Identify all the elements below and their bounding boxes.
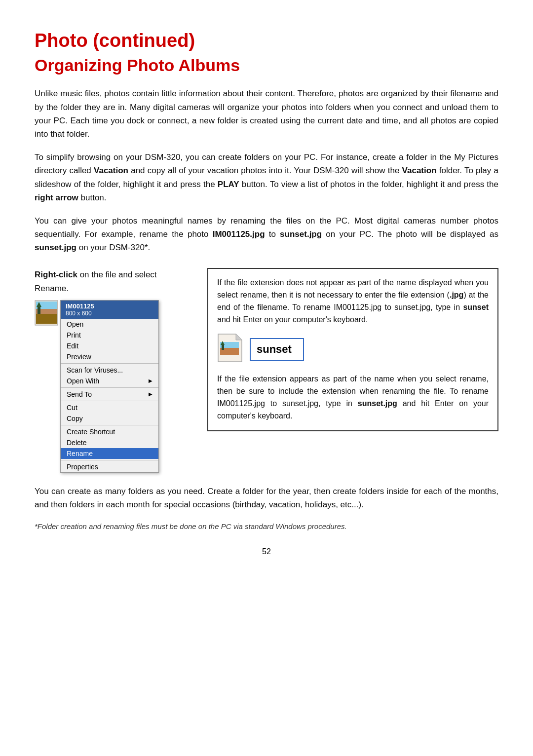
menu-divider-5 [61, 460, 158, 460]
right-box-1-text: If the file extension does not appear as… [217, 277, 489, 326]
context-menu-wrapper: IM001125 800 x 600 Open Print Edit Previ… [35, 300, 192, 473]
menu-filesize: 800 x 600 [66, 310, 153, 317]
menu-item-print[interactable]: Print [61, 330, 158, 340]
menu-item-send-to[interactable]: Send To [61, 389, 158, 400]
footnote: *Folder creation and renaming files must… [35, 521, 498, 532]
svg-rect-3 [36, 314, 57, 324]
menu-item-create-shortcut[interactable]: Create Shortcut [61, 426, 158, 437]
section-title: Organizing Photo Albums [35, 55, 498, 76]
sunset-area: sunset [217, 333, 489, 367]
menu-item-cut[interactable]: Cut [61, 402, 158, 413]
paragraph-2: To simplify browsing on your DSM-320, yo… [35, 151, 498, 204]
menu-item-properties[interactable]: Properties [61, 461, 158, 472]
menu-item-edit[interactable]: Edit [61, 340, 158, 351]
paragraph-4: You can create as many folders as you ne… [35, 485, 498, 511]
paragraph-1: Unlike music files, photos contain littl… [35, 87, 498, 141]
right-box-2-text: If the file extension appears as part of… [217, 373, 489, 422]
menu-item-scan[interactable]: Scan for Viruses... [61, 365, 158, 376]
paragraph-3: You can give your photos meaningful name… [35, 214, 498, 255]
menu-divider-3 [61, 401, 158, 401]
right-box-1: If the file extension does not appear as… [217, 277, 489, 366]
sunset-input[interactable]: sunset [250, 338, 304, 361]
right-box-2: If the file extension appears as part of… [217, 373, 489, 422]
sunset-file-icon [217, 333, 243, 367]
right-click-bold: Right-click [35, 270, 77, 279]
two-column-section: Right-click on the file and select Renam… [35, 268, 498, 472]
rename-instruction: Right-click on the file and select Renam… [35, 268, 192, 295]
menu-item-rename[interactable]: Rename [61, 448, 158, 459]
left-column: Right-click on the file and select Renam… [35, 268, 192, 472]
menu-item-open[interactable]: Open [61, 319, 158, 330]
menu-divider-1 [61, 363, 158, 364]
context-menu: IM001125 800 x 600 Open Print Edit Previ… [60, 300, 159, 473]
menu-divider-4 [61, 425, 158, 425]
menu-header: IM001125 800 x 600 [61, 301, 158, 319]
file-thumbnail-icon [35, 300, 58, 328]
page-title: Photo (continued) [35, 30, 498, 52]
menu-item-preview[interactable]: Preview [61, 351, 158, 362]
page-number: 52 [35, 547, 498, 556]
menu-divider-2 [61, 387, 158, 388]
right-column: If the file extension does not appear as… [207, 268, 498, 431]
svg-marker-7 [236, 334, 242, 340]
menu-item-open-with[interactable]: Open With [61, 376, 158, 386]
menu-filename: IM001125 [66, 302, 153, 310]
menu-item-copy[interactable]: Copy [61, 413, 158, 424]
menu-item-delete[interactable]: Delete [61, 437, 158, 448]
